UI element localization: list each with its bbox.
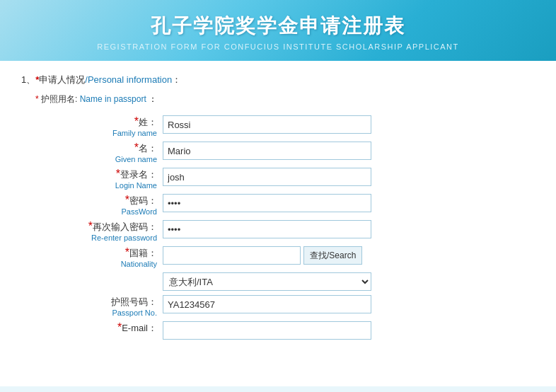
nationality-select-row: 意大利/ITA 中国/CHN 美国/USA 英国/GBR 法国/FRA: [163, 272, 535, 291]
nationality-search-row: 查找/Search: [163, 246, 362, 265]
given-name-en: Given name: [21, 155, 157, 163]
email-cn: E-mail：: [122, 323, 157, 333]
section-num: 1、: [21, 74, 35, 85]
passport-no-field: [163, 295, 535, 313]
nationality-search-button[interactable]: 查找/Search: [303, 246, 362, 265]
passport-no-cn: 护照号码：: [111, 296, 157, 307]
password-en: PassWord: [21, 207, 157, 216]
email-input[interactable]: [163, 321, 371, 340]
passport-required-star: *: [35, 94, 39, 104]
reenter-password-input[interactable]: [163, 220, 371, 238]
password-input[interactable]: [163, 194, 371, 212]
password-cn: 密码：: [129, 195, 157, 206]
email-row: *E-mail：: [21, 321, 535, 340]
passport-no-label: 护照号码： Passport No.: [21, 295, 163, 317]
form-content: 1、*申请人情况/Personal information： * 护照用名: N…: [0, 61, 556, 386]
family-name-field: [163, 115, 535, 134]
section-cn-label: 申请人情况: [39, 74, 85, 85]
login-name-field: [163, 168, 535, 186]
section-colon: ：: [172, 74, 181, 85]
email-field: [163, 321, 535, 340]
section-en-label: /Personal information: [85, 74, 172, 85]
passport-cn-label: 护照用名:: [41, 94, 77, 104]
passport-no-en: Passport No.: [21, 309, 157, 317]
reenter-password-row: *再次输入密码： Re-enter password: [21, 220, 535, 242]
given-name-row: *名： Given name: [21, 142, 535, 163]
title-english: REGISTRATION FORM FOR CONFUCIUS INSTITUT…: [7, 42, 549, 51]
nationality-row: *国籍： Nationality 查找/Search: [21, 246, 535, 268]
passport-name-subtitle: * 护照用名: Name in passport ：: [35, 93, 535, 105]
email-label: *E-mail：: [21, 321, 163, 335]
nationality-select[interactable]: 意大利/ITA 中国/CHN 美国/USA 英国/GBR 法国/FRA: [163, 272, 371, 291]
given-name-input[interactable]: [163, 142, 371, 160]
nationality-search-input[interactable]: [163, 246, 301, 265]
password-row: *密码： PassWord: [21, 194, 535, 216]
given-name-field: [163, 142, 535, 160]
login-name-row: *登录名： Login Name: [21, 168, 535, 190]
reenter-password-cn: 再次输入密码：: [93, 221, 157, 232]
login-name-label: *登录名： Login Name: [21, 168, 163, 190]
family-name-en: Family name: [21, 129, 157, 137]
passport-no-input[interactable]: [163, 295, 371, 313]
password-label: *密码： PassWord: [21, 194, 163, 216]
login-name-cn: 登录名：: [120, 169, 157, 180]
nationality-cn: 国籍：: [129, 248, 157, 258]
nationality-en: Nationality: [21, 260, 157, 268]
password-field: [163, 194, 535, 212]
reenter-password-field: [163, 220, 535, 238]
given-name-label: *名： Given name: [21, 142, 163, 163]
given-name-cn: 名：: [139, 143, 157, 154]
nationality-label: *国籍： Nationality: [21, 246, 163, 268]
login-name-input[interactable]: [163, 168, 371, 186]
title-chinese: 孔子学院奖学金申请注册表: [7, 13, 549, 40]
page-header: 孔子学院奖学金申请注册表 REGISTRATION FORM FOR CONFU…: [0, 0, 556, 61]
family-name-input[interactable]: [163, 115, 371, 134]
section-1-title: 1、*申请人情况/Personal information：: [21, 74, 535, 86]
family-name-cn: 姓：: [139, 117, 157, 127]
passport-colon: ：: [149, 94, 157, 104]
nationality-field: 查找/Search: [163, 246, 535, 265]
family-name-row: *姓： Family name: [21, 115, 535, 137]
family-name-label: *姓： Family name: [21, 115, 163, 137]
reenter-password-en: Re-enter password: [21, 234, 157, 242]
reenter-password-label: *再次输入密码： Re-enter password: [21, 220, 163, 242]
login-name-en: Login Name: [21, 181, 157, 190]
passport-no-row: 护照号码： Passport No.: [21, 295, 535, 317]
passport-en-label: Name in passport: [80, 94, 146, 104]
